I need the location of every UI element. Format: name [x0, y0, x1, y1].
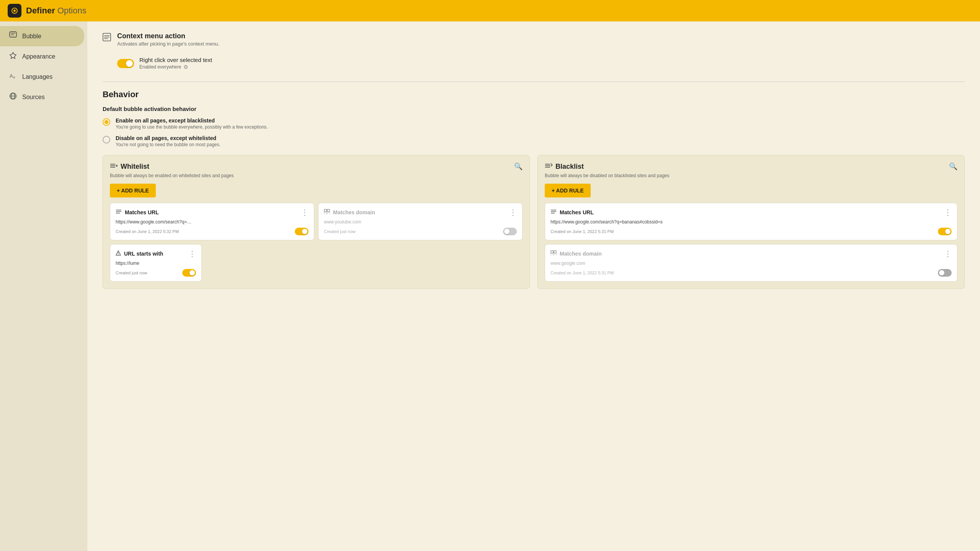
lists-container: Whitelist 🔍 Bubble will always be enable…: [103, 155, 965, 289]
bl-rule2-type: Matches domain: [560, 251, 602, 257]
svg-rect-38: [554, 251, 556, 253]
blacklist-panel: Blacklist 🔍 Bubble will always be disabl…: [537, 155, 965, 289]
sidebar-item-bubble-label: Bubble: [22, 33, 41, 40]
blacklist-desc: Bubble will always be disabled on blackl…: [545, 173, 957, 178]
whitelist-rule-1: Matches URL ⋮ https://www.google.com/sea…: [110, 203, 314, 240]
bl-rule2-created: Created on June 1, 2022 5:31 PM: [550, 271, 614, 275]
svg-rect-22: [324, 209, 327, 212]
radio-disable-all[interactable]: Disable on all pages, except whitelisted…: [103, 135, 965, 147]
whitelist-rule-3: URL starts with ⋮ https://lume Created j…: [110, 244, 202, 282]
rule3-toggle[interactable]: [182, 269, 196, 277]
app-title: Definer Options: [26, 6, 87, 16]
radio-circle-enable: [103, 118, 110, 126]
toggle-label: Right click over selected text: [139, 57, 212, 63]
context-menu-title: Context menu action: [117, 32, 219, 40]
bl-rule2-url: www.google.com: [550, 261, 627, 266]
rule1-icon: [116, 209, 122, 216]
rule2-toggle[interactable]: [503, 228, 517, 235]
toggle-sub: Enabled everywhere ⚙: [139, 64, 212, 70]
sidebar-item-sources-label: Sources: [22, 94, 45, 101]
appearance-icon: [9, 52, 17, 61]
bl-rule2-menu[interactable]: ⋮: [944, 249, 952, 258]
svg-rect-23: [327, 209, 330, 212]
radio-circle-disable: [103, 136, 110, 143]
rule2-menu[interactable]: ⋮: [509, 208, 517, 217]
bl-rule1-created: Created on June 1, 2022 5:31 PM: [550, 229, 614, 234]
rule1-created: Created on June 1, 2022 5:32 PM: [116, 229, 179, 234]
behavior-title: Behavior: [103, 90, 965, 99]
rule3-created: Created just now: [116, 271, 147, 275]
svg-point-2: [13, 10, 16, 12]
blacklist-search-icon[interactable]: 🔍: [949, 162, 957, 171]
svg-rect-24: [324, 212, 327, 214]
sidebar-item-languages-label: Languages: [22, 73, 52, 80]
bl-rule2-icon: [550, 250, 557, 257]
context-menu-desc: Activates after picking in page's contex…: [117, 41, 219, 47]
blacklist-rule-2: Matches domain ⋮ www.google.com Created …: [545, 244, 957, 282]
svg-text:A: A: [10, 73, 13, 79]
main-content: Context menu action Activates after pick…: [87, 21, 980, 551]
blacklist-cards: Matches URL ⋮ https://www.google.com/sea…: [545, 203, 957, 282]
sidebar-item-sources[interactable]: Sources: [0, 87, 84, 107]
svg-rect-39: [551, 254, 553, 256]
blacklist-icon: [545, 163, 552, 171]
whitelist-rule-2: Matches domain ⋮ www.youtube.com Created…: [318, 203, 523, 240]
blacklist-rule-1: Matches URL ⋮ https://www.google.com/sea…: [545, 203, 957, 240]
app-logo: [8, 4, 21, 18]
rule2-created: Created just now: [324, 229, 356, 234]
behavior-subtitle: Default bubble activation behavior: [103, 106, 965, 112]
rule3-menu[interactable]: ⋮: [188, 249, 196, 258]
whitelist-search-icon[interactable]: 🔍: [514, 162, 523, 171]
whitelist-desc: Bubble will always be enabled on whiteli…: [110, 173, 523, 178]
radio-enable-desc: You're going to use the bubble everywher…: [116, 124, 268, 130]
divider: [103, 82, 965, 82]
whitelist-panel: Whitelist 🔍 Bubble will always be enable…: [103, 155, 530, 289]
bl-rule1-url: https://www.google.com/search?q=bananas#…: [550, 219, 673, 225]
context-menu-icon: [103, 33, 111, 44]
bubble-icon: [9, 31, 17, 41]
whitelist-header: Whitelist 🔍: [110, 162, 523, 171]
svg-rect-37: [551, 251, 553, 253]
svg-text:×: ×: [13, 75, 15, 80]
app-header: Definer Options: [0, 0, 980, 21]
rule1-url: https://www.google.com/search?q=bananas: [116, 219, 192, 225]
radio-disable-desc: You're not going to need the bubble on m…: [116, 142, 220, 147]
right-click-toggle[interactable]: [117, 59, 134, 68]
bl-rule2-toggle[interactable]: [938, 269, 952, 277]
rule1-toggle[interactable]: [295, 228, 309, 235]
svg-marker-6: [10, 52, 16, 59]
rule2-url: www.youtube.com: [324, 219, 400, 225]
gear-icon[interactable]: ⚙: [183, 64, 188, 70]
bl-rule1-menu[interactable]: ⋮: [944, 208, 952, 217]
svg-rect-3: [10, 32, 16, 37]
svg-rect-40: [554, 254, 556, 256]
rule1-menu[interactable]: ⋮: [301, 208, 309, 217]
rule1-type: Matches URL: [125, 209, 159, 215]
blacklist-title: Blacklist: [555, 163, 584, 171]
sidebar-item-appearance[interactable]: Appearance: [0, 46, 84, 67]
bl-rule1-icon: [550, 209, 557, 216]
sidebar-item-bubble[interactable]: Bubble: [0, 26, 84, 46]
blacklist-header: Blacklist 🔍: [545, 162, 957, 171]
svg-point-28: [118, 254, 119, 255]
whitelist-title: Whitelist: [121, 163, 149, 171]
rule3-type: URL starts with: [124, 251, 163, 257]
radio-disable-label: Disable on all pages, except whitelisted: [116, 135, 220, 141]
rule3-icon: [116, 250, 121, 257]
whitelist-icon: [110, 163, 118, 171]
rule2-icon: [324, 209, 330, 216]
radio-enable-all[interactable]: Enable on all pages, except blacklisted …: [103, 117, 965, 130]
rule3-url: https://lume: [116, 261, 192, 266]
sources-icon: [9, 92, 17, 102]
blacklist-add-rule-button[interactable]: + ADD RULE: [545, 184, 591, 197]
rule2-type: Matches domain: [333, 209, 375, 215]
languages-icon: A ×: [9, 72, 17, 82]
bl-rule1-type: Matches URL: [560, 209, 594, 215]
svg-rect-25: [327, 212, 330, 214]
sidebar-item-appearance-label: Appearance: [22, 53, 55, 60]
sidebar-item-languages[interactable]: A × Languages: [0, 67, 84, 87]
context-menu-section: Context menu action Activates after pick…: [103, 32, 965, 47]
toggle-row: Right click over selected text Enabled e…: [103, 53, 965, 74]
bl-rule1-toggle[interactable]: [938, 228, 952, 235]
whitelist-add-rule-button[interactable]: + ADD RULE: [110, 184, 156, 197]
